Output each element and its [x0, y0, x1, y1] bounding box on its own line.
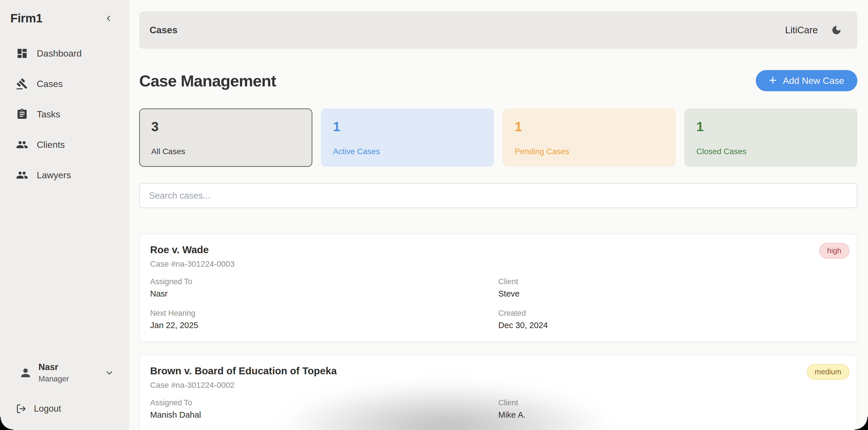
sidebar-header: Firm1 [0, 0, 129, 25]
sidebar-item-clients[interactable]: Clients [16, 135, 129, 154]
case-field: Assigned To Manish Dahal [150, 398, 498, 420]
sidebar-item-cases[interactable]: Cases [16, 74, 129, 94]
chevron-left-icon[interactable] [104, 14, 113, 23]
search-input[interactable] [139, 183, 857, 208]
sidebar-item-label: Cases [37, 79, 63, 89]
case-field: Client Steve [498, 277, 846, 299]
stat-value: 1 [333, 119, 482, 134]
user-info: Nasr Manager [38, 362, 69, 383]
topbar-title: Cases [150, 25, 177, 36]
case-card-brown-v-board[interactable]: medium Brown v. Board of Education of To… [139, 355, 857, 430]
user-menu[interactable]: Nasr Manager [0, 362, 129, 383]
brand-title: Firm1 [10, 11, 42, 25]
sidebar-item-lawyers[interactable]: Lawyers [16, 165, 129, 185]
stat-label: All Cases [151, 147, 300, 156]
chevron-down-icon [104, 368, 114, 378]
stat-card-all-cases[interactable]: 3 All Cases [139, 109, 312, 167]
dashboard-icon [16, 48, 28, 59]
case-field: Client Mike A. [498, 398, 846, 420]
case-field: Next Hearing Jan 22, 2025 [150, 309, 498, 330]
stat-label: Active Cases [333, 147, 482, 156]
sidebar-item-label: Lawyers [37, 170, 71, 181]
case-card-roe-v-wade[interactable]: high Roe v. Wade Case #na-301224-0003 As… [139, 234, 857, 342]
app-brand: LitiCare [785, 25, 818, 36]
priority-badge: medium [807, 364, 849, 380]
topbar-right: LitiCare [785, 25, 842, 36]
sidebar-item-dashboard[interactable]: Dashboard [16, 43, 129, 63]
people-icon [16, 169, 28, 181]
sidebar-item-tasks[interactable]: Tasks [16, 104, 129, 124]
field-label: Created [498, 309, 846, 318]
stat-value: 1 [696, 119, 845, 134]
field-label: Assigned To [150, 277, 498, 286]
case-title: Roe v. Wade [150, 244, 846, 255]
clipboard-icon [16, 108, 28, 120]
logout-label: Logout [34, 404, 61, 414]
stat-card-pending-cases[interactable]: 1 Pending Cases [503, 109, 676, 167]
field-value: Jan 22, 2025 [150, 320, 498, 330]
stat-label: Pending Cases [515, 147, 663, 156]
case-number: Case #na-301224-0003 [150, 259, 846, 269]
field-value: Mike A. [498, 410, 846, 420]
stat-card-active-cases[interactable]: 1 Active Cases [321, 109, 494, 167]
field-value: Nasr [150, 289, 498, 299]
field-label: Client [498, 277, 846, 286]
sidebar-nav: Dashboard Cases Tasks Clients Lawyers [0, 43, 129, 185]
case-field: Created Dec 30, 2024 [498, 309, 846, 330]
field-label: Client [498, 398, 846, 407]
sidebar: Firm1 Dashboard Cases Tasks [0, 0, 129, 430]
field-value: Dec 30, 2024 [498, 320, 846, 330]
moon-icon[interactable] [831, 25, 842, 36]
user-role: Manager [38, 375, 69, 383]
field-value: Steve [498, 289, 846, 299]
stat-value: 1 [515, 119, 663, 134]
field-label: Next Hearing [150, 309, 498, 318]
page-head: Case Management + Add New Case [139, 70, 857, 91]
field-label: Assigned To [150, 398, 498, 407]
user-name: Nasr [38, 362, 69, 372]
priority-badge: high [819, 243, 849, 258]
logout-icon [16, 404, 26, 414]
case-details: Assigned To Manish Dahal Client Mike A. … [150, 398, 846, 430]
add-new-case-button[interactable]: + Add New Case [756, 70, 857, 91]
add-new-case-label: Add New Case [783, 75, 844, 86]
stat-label: Closed Cases [696, 147, 845, 156]
stats-row: 3 All Cases 1 Active Cases 1 Pending Cas… [139, 109, 857, 167]
page-title: Case Management [139, 71, 276, 90]
sidebar-item-label: Dashboard [37, 48, 82, 59]
people-icon [16, 139, 28, 151]
main-content: Cases LitiCare Case Management + Add New… [129, 0, 868, 430]
case-field: Assigned To Nasr [150, 277, 498, 299]
case-details: Assigned To Nasr Client Steve Next Heari… [150, 277, 846, 330]
sidebar-item-label: Tasks [37, 109, 60, 120]
case-number: Case #na-301224-0002 [150, 380, 846, 390]
person-icon [19, 366, 32, 379]
stat-value: 3 [151, 119, 300, 134]
field-value: Manish Dahal [150, 410, 498, 420]
gavel-icon [16, 78, 28, 90]
sidebar-item-label: Clients [37, 140, 65, 150]
case-title: Brown v. Board of Education of Topeka [150, 365, 846, 377]
logout-button[interactable]: Logout [0, 404, 129, 414]
stat-card-closed-cases[interactable]: 1 Closed Cases [684, 109, 857, 167]
topbar: Cases LitiCare [139, 11, 857, 49]
